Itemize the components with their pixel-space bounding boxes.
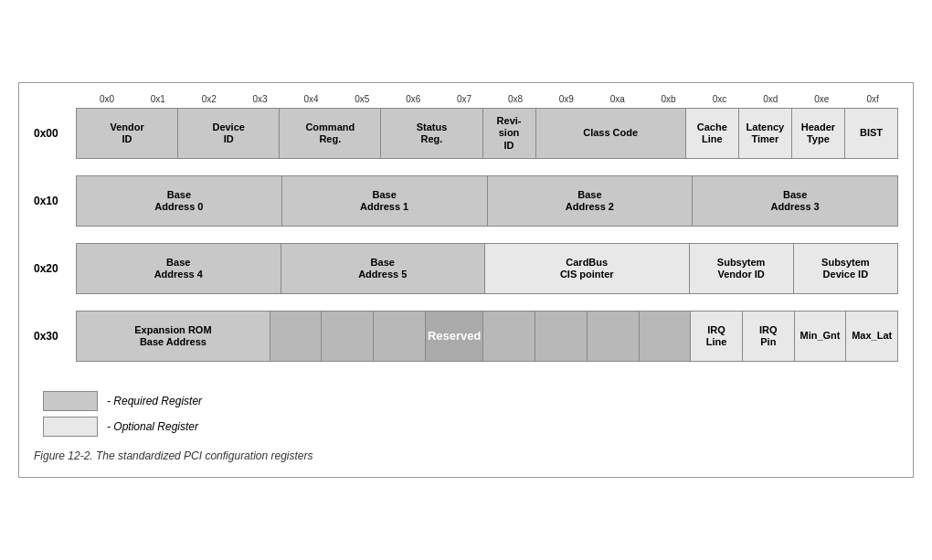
register-row: 0x10BaseAddress 0BaseAddress 1BaseAddres… (34, 175, 898, 227)
register-cell: BaseAddress 4 (77, 244, 281, 293)
register-cell: Max_Lat (846, 312, 897, 361)
hex-label: 0x3 (235, 94, 286, 104)
hex-label: 0xf (847, 94, 898, 104)
hex-label: 0x1 (132, 94, 184, 104)
register-cell: CommandReg. (280, 109, 381, 158)
register-cell (270, 312, 323, 361)
register-row: 0x00VendorIDDeviceIDCommandReg.StatusReg… (34, 108, 898, 159)
register-cell (322, 312, 374, 361)
register-cell: StatusReg. (381, 109, 482, 158)
register-cell: Reserved (426, 312, 484, 361)
row-offset: 0x20 (34, 243, 76, 294)
hex-label: 0x9 (541, 94, 592, 104)
register-cell (374, 312, 426, 361)
register-cell: SubsytemDevice ID (794, 244, 897, 293)
hex-label: 0x5 (336, 94, 387, 104)
legend-optional: - Optional Register (43, 417, 898, 437)
register-cell (640, 312, 692, 361)
legend-required: - Required Register (43, 391, 898, 411)
hex-label: 0x0 (81, 94, 132, 104)
register-cell: LatencyTimer (739, 109, 792, 158)
hex-labels: 0x00x10x20x30x40x50x60x70x80x90xa0xb0xc0… (81, 94, 898, 104)
register-cell: BaseAddress 0 (77, 176, 282, 226)
register-cell: HeaderType (792, 109, 845, 158)
row-cells: BaseAddress 0BaseAddress 1BaseAddress 2B… (76, 175, 898, 227)
register-cell: CardBusCIS pointer (485, 244, 690, 293)
legend-optional-box (43, 417, 98, 437)
register-cell: BaseAddress 2 (488, 176, 694, 226)
register-cell: Class Code (536, 109, 686, 158)
register-cell: BIST (845, 109, 897, 158)
hex-label: 0xa (592, 94, 643, 104)
hex-label: 0x6 (387, 94, 439, 104)
register-row: 0x20BaseAddress 4BaseAddress 5CardBusCIS… (34, 243, 898, 294)
caption: Figure 12-2. The standardized PCI config… (34, 449, 898, 462)
legend-required-label: - Required Register (107, 395, 202, 407)
register-cell: BaseAddress 3 (693, 176, 897, 226)
register-cell: DeviceID (178, 109, 280, 158)
hex-label: 0x7 (439, 94, 490, 104)
hex-label: 0x2 (184, 94, 235, 104)
legend-optional-label: - Optional Register (107, 420, 198, 433)
row-cells: Expansion ROMBase AddressReservedIRQLine… (76, 311, 898, 362)
hex-label: 0xd (745, 94, 796, 104)
register-cell: VendorID (77, 109, 178, 158)
register-row: 0x30Expansion ROMBase AddressReservedIRQ… (34, 311, 898, 362)
legend: - Required Register - Optional Register (43, 391, 898, 437)
hex-label: 0xb (643, 94, 694, 104)
register-cell: Min_Gnt (795, 312, 847, 361)
register-cell: CacheLine (686, 109, 739, 158)
hex-label: 0x4 (286, 94, 337, 104)
hex-label: 0xe (796, 94, 847, 104)
row-cells: VendorIDDeviceIDCommandReg.StatusReg.Rev… (76, 108, 898, 159)
hex-label: 0xc (694, 94, 746, 104)
register-cell (535, 312, 588, 361)
diagram-container: 0x00x10x20x30x40x50x60x70x80x90xa0xb0xc0… (18, 82, 914, 478)
register-cell: Revi-sionID (483, 109, 536, 158)
row-offset: 0x10 (34, 175, 76, 227)
legend-required-box (43, 391, 98, 411)
register-cell: SubsytemVendor ID (690, 244, 794, 293)
register-cell (483, 312, 535, 361)
register-cell (588, 312, 640, 361)
register-cell: IRQPin (743, 312, 795, 361)
register-cell: BaseAddress 5 (281, 244, 486, 293)
register-cell: Expansion ROMBase Address (77, 312, 270, 361)
hex-label: 0x8 (490, 94, 541, 104)
register-cell: BaseAddress 1 (282, 176, 488, 226)
row-offset: 0x30 (34, 311, 76, 362)
row-offset: 0x00 (34, 108, 76, 159)
register-cell: IRQLine (691, 312, 743, 361)
row-cells: BaseAddress 4BaseAddress 5CardBusCIS poi… (76, 243, 898, 294)
